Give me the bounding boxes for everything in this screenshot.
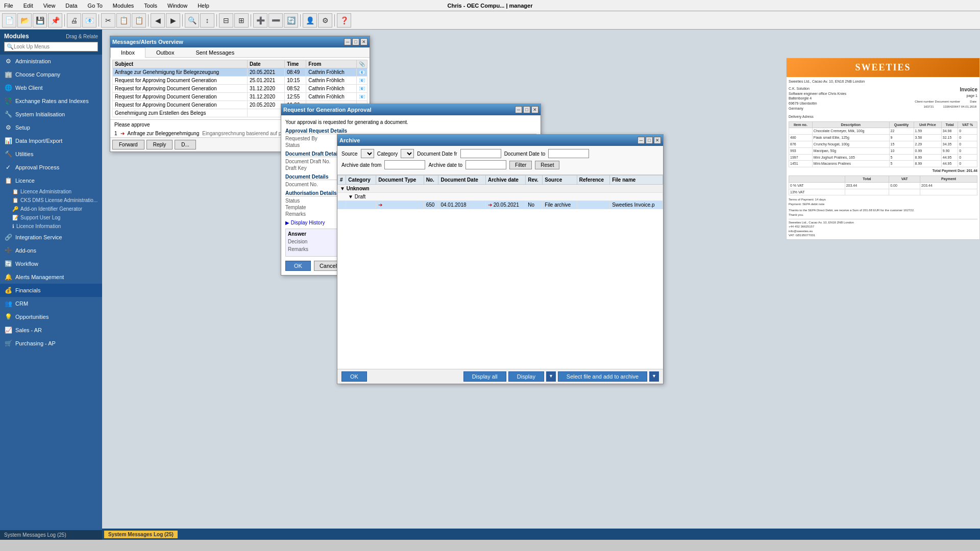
- request-close[interactable]: ✕: [531, 106, 538, 113]
- tb-settings[interactable]: ⚙: [318, 13, 332, 28]
- sidebar-item-administration[interactable]: ⚙ Administration: [0, 55, 102, 68]
- menu-modules[interactable]: Modules: [111, 2, 136, 10]
- ok-button[interactable]: OK: [285, 261, 311, 271]
- tb-refresh[interactable]: 🔄: [284, 13, 298, 28]
- select-file-button[interactable]: Select file and add to archive: [558, 371, 647, 382]
- reset-button[interactable]: Reset: [535, 161, 559, 169]
- tb-open[interactable]: 📂: [17, 13, 32, 28]
- tb-collapse[interactable]: ⊟: [219, 13, 233, 28]
- archive-close[interactable]: ✕: [654, 137, 661, 144]
- tb-pin[interactable]: 📌: [48, 13, 62, 28]
- archive-maximize[interactable]: □: [646, 137, 653, 144]
- forward-button[interactable]: Forward: [112, 140, 144, 149]
- sidebar-item-web-client[interactable]: 🌐 Web Client: [0, 81, 102, 94]
- sidebar-item-workflow[interactable]: 🔄 Workflow: [0, 257, 102, 270]
- sidebar-item-purchasing[interactable]: 🛒 Purchasing - AP: [0, 337, 102, 350]
- tb-new[interactable]: 📄: [2, 13, 16, 28]
- archive-ok-button[interactable]: OK: [341, 371, 367, 382]
- sidebar-search-container[interactable]: 🔍: [4, 42, 98, 52]
- tb-remove[interactable]: ➖: [268, 13, 283, 28]
- sidebar-item-opportunities[interactable]: 💡 Opportunities: [0, 310, 102, 323]
- menu-data[interactable]: Data: [63, 2, 79, 10]
- sidebar-item-alerts[interactable]: 🔔 Alerts Management: [0, 270, 102, 284]
- tb-help[interactable]: ❓: [337, 13, 351, 28]
- messages-minimize[interactable]: ─: [344, 38, 351, 45]
- tb-email[interactable]: 📧: [82, 13, 96, 28]
- sidebar-item-utilities[interactable]: 🔨 Utilities: [0, 147, 102, 161]
- tab-inbox[interactable]: Inbox: [110, 47, 145, 58]
- tab-sent[interactable]: Sent Messages: [185, 47, 245, 57]
- archive-minimize[interactable]: ─: [638, 137, 645, 144]
- messages-close[interactable]: ✕: [360, 38, 368, 45]
- sidebar-item-support-log[interactable]: 📝 Support User Log: [0, 213, 102, 222]
- display-all-button[interactable]: Display all: [463, 371, 506, 382]
- sidebar-item-choose-company[interactable]: 🏢 Choose Company: [0, 68, 102, 81]
- sidebar-item-integration[interactable]: 🔗 Integration Service: [0, 231, 102, 244]
- tb-paste[interactable]: 📋: [132, 13, 146, 28]
- select-dropdown-icon[interactable]: ▼: [649, 371, 659, 382]
- messages-maximize[interactable]: □: [352, 38, 359, 45]
- table-row[interactable]: ➔ 650 04.01.2018 ➔ 20.05.2021 No File ar…: [338, 201, 663, 209]
- tb-add[interactable]: ➕: [253, 13, 267, 28]
- sidebar-item-data-import[interactable]: 📊 Data Import/Export: [0, 134, 102, 147]
- menu-goto[interactable]: Go To: [86, 2, 105, 10]
- sidebar-item-addons[interactable]: ➕ Add-ons: [0, 244, 102, 257]
- msg-date: 31.12.2020: [247, 85, 284, 93]
- tab-outbox[interactable]: Outbox: [145, 47, 185, 57]
- sep5: [216, 14, 217, 27]
- sidebar-item-crm[interactable]: 👥 CRM: [0, 297, 102, 310]
- archive-date-to-input[interactable]: [465, 160, 506, 169]
- menu-edit[interactable]: Edit: [21, 2, 35, 10]
- request-minimize[interactable]: ─: [515, 106, 522, 113]
- filter-button[interactable]: Filter: [509, 161, 532, 169]
- tb-sort[interactable]: ↕: [200, 13, 214, 28]
- category-select[interactable]: [401, 149, 414, 158]
- system-messages-status[interactable]: System Messages Log (25): [104, 531, 178, 538]
- archive-titlebar[interactable]: Archive ─ □ ✕: [337, 135, 663, 146]
- sidebar-item-sales[interactable]: 📈 Sales - AR: [0, 323, 102, 337]
- tb-forward[interactable]: ▶: [166, 13, 180, 28]
- doc-date-from-input[interactable]: [460, 149, 501, 158]
- sidebar-item-addon-identifier[interactable]: 🔑 Add-on Identifier Generator: [0, 205, 102, 213]
- display-dropdown-icon[interactable]: ▼: [546, 371, 556, 382]
- menu-tools[interactable]: Tools: [142, 2, 159, 10]
- sidebar-item-approval[interactable]: ✓ Approval Process: [0, 161, 102, 174]
- sidebar-item-financials[interactable]: 💰 Financials: [0, 284, 102, 297]
- sales-label: Sales - AR: [15, 327, 42, 333]
- source-select[interactable]: [361, 149, 374, 158]
- sidebar-item-setup[interactable]: ⚙ Setup: [0, 121, 102, 134]
- more-button[interactable]: D...: [175, 140, 196, 149]
- search-input[interactable]: [14, 44, 80, 49]
- messages-titlebar[interactable]: Messages/Alerts Overview ─ □ ✕: [110, 36, 370, 47]
- tb-back[interactable]: ◀: [151, 13, 165, 28]
- tb-cut[interactable]: ✂: [101, 13, 115, 28]
- table-row[interactable]: Request for Approving Document Generatio…: [113, 85, 368, 93]
- sidebar-item-system-init[interactable]: 🔧 System Initialisation: [0, 108, 102, 121]
- menu-help[interactable]: Help: [195, 2, 211, 10]
- sidebar-item-exchange-rates[interactable]: 💱 Exchange Rates and Indexes: [0, 94, 102, 108]
- tb-expand[interactable]: ⊞: [234, 13, 249, 28]
- system-messages-log[interactable]: System Messages Log (25): [0, 530, 102, 540]
- reply-button[interactable]: Reply: [146, 140, 173, 149]
- sidebar-item-cks-dms[interactable]: 📋 CKS DMS License Administratio...: [0, 196, 102, 205]
- request-titlebar[interactable]: Request for Generation Approval ─ □ ✕: [281, 104, 541, 115]
- table-row[interactable]: Request for Approving Document Generatio…: [113, 93, 368, 101]
- sidebar-item-licence-admin[interactable]: 📋 Licence Administration: [0, 187, 102, 196]
- tb-print[interactable]: 🖨: [67, 13, 81, 28]
- tb-copy[interactable]: 📋: [116, 13, 131, 28]
- sidebar-item-licence-info[interactable]: ℹ Licence Information: [0, 222, 102, 231]
- tb-filter[interactable]: 🔍: [185, 13, 199, 28]
- menu-file[interactable]: File: [2, 2, 15, 10]
- menu-window[interactable]: Window: [165, 2, 189, 10]
- menu-view[interactable]: View: [41, 2, 58, 10]
- item-price: 0.99: [914, 147, 941, 154]
- tb-user[interactable]: 👤: [303, 13, 317, 28]
- table-row[interactable]: Anfrage zur Genehmigung für Belegezeugun…: [113, 68, 368, 77]
- request-maximize[interactable]: □: [523, 106, 530, 113]
- display-button[interactable]: Display: [508, 371, 544, 382]
- doc-date-to-input[interactable]: [548, 149, 589, 158]
- archive-date-from-input[interactable]: [384, 160, 425, 169]
- tb-save[interactable]: 💾: [33, 13, 47, 28]
- table-row[interactable]: Request for Approving Document Generatio…: [113, 77, 368, 85]
- sidebar-item-licence[interactable]: 📋 Licence: [0, 174, 102, 187]
